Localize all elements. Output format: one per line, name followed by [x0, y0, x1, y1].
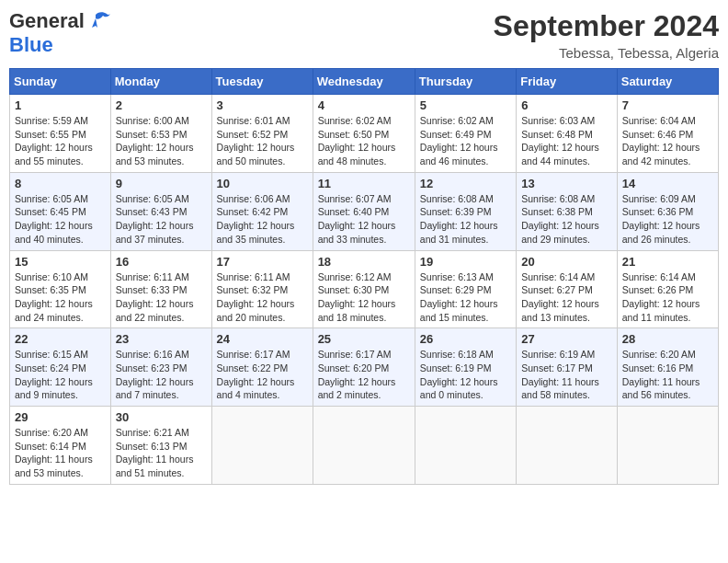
day-number: 4: [318, 98, 410, 112]
calendar-cell: 25Sunrise: 6:17 AMSunset: 6:20 PMDayligh…: [313, 328, 415, 407]
day-number: 11: [318, 177, 410, 190]
day-detail: Sunrise: 6:13 AMSunset: 6:29 PMDaylight:…: [420, 270, 511, 325]
day-number: 18: [318, 255, 410, 269]
weekday-header-sunday: Sunday: [10, 69, 111, 95]
day-detail: Sunrise: 6:04 AMSunset: 6:46 PMDaylight:…: [622, 114, 713, 168]
calendar-cell: 8Sunrise: 6:05 AMSunset: 6:45 PMDaylight…: [10, 172, 111, 250]
calendar-cell: 28Sunrise: 6:20 AMSunset: 6:16 PMDayligh…: [617, 328, 718, 407]
day-detail: Sunrise: 6:01 AMSunset: 6:52 PMDaylight:…: [217, 114, 308, 168]
day-detail: Sunrise: 6:11 AMSunset: 6:33 PMDaylight:…: [116, 270, 207, 325]
calendar-cell: 1Sunrise: 5:59 AMSunset: 6:55 PMDaylight…: [10, 95, 111, 173]
weekday-header-wednesday: Wednesday: [313, 69, 415, 95]
calendar-cell: [415, 407, 516, 485]
calendar-cell: 12Sunrise: 6:08 AMSunset: 6:39 PMDayligh…: [415, 172, 516, 250]
day-detail: Sunrise: 6:07 AMSunset: 6:40 PMDaylight:…: [318, 192, 410, 247]
day-number: 5: [420, 98, 511, 112]
day-number: 10: [217, 177, 308, 190]
day-number: 24: [217, 332, 308, 346]
day-detail: Sunrise: 6:05 AMSunset: 6:43 PMDaylight:…: [116, 192, 207, 247]
day-number: 13: [521, 177, 612, 190]
day-detail: Sunrise: 6:02 AMSunset: 6:49 PMDaylight:…: [420, 114, 511, 168]
day-detail: Sunrise: 6:06 AMSunset: 6:42 PMDaylight:…: [217, 192, 308, 247]
day-number: 9: [116, 177, 207, 190]
day-number: 22: [15, 332, 106, 346]
month-year-title: September 2024: [494, 9, 719, 43]
calendar-cell: 13Sunrise: 6:08 AMSunset: 6:38 PMDayligh…: [517, 172, 618, 250]
calendar-cell: 22Sunrise: 6:15 AMSunset: 6:24 PMDayligh…: [10, 328, 111, 407]
calendar-cell: [313, 407, 415, 485]
day-detail: Sunrise: 6:20 AMSunset: 6:16 PMDaylight:…: [622, 348, 713, 402]
calendar-cell: 4Sunrise: 6:02 AMSunset: 6:50 PMDaylight…: [313, 95, 415, 173]
weekday-header-saturday: Saturday: [617, 69, 718, 95]
day-number: 12: [420, 177, 511, 190]
day-number: 26: [420, 332, 511, 346]
calendar-cell: 30Sunrise: 6:21 AMSunset: 6:13 PMDayligh…: [110, 407, 211, 485]
calendar-cell: 19Sunrise: 6:13 AMSunset: 6:29 PMDayligh…: [415, 250, 516, 328]
logo-bird-icon: [88, 11, 110, 31]
calendar-cell: 2Sunrise: 6:00 AMSunset: 6:53 PMDaylight…: [110, 95, 211, 173]
calendar-cell: 26Sunrise: 6:18 AMSunset: 6:19 PMDayligh…: [415, 328, 516, 407]
calendar-cell: 27Sunrise: 6:19 AMSunset: 6:17 PMDayligh…: [517, 328, 618, 407]
calendar-cell: [517, 407, 618, 485]
day-number: 29: [15, 410, 106, 424]
day-number: 19: [420, 255, 511, 269]
calendar-cell: 20Sunrise: 6:14 AMSunset: 6:27 PMDayligh…: [517, 250, 618, 328]
day-number: 27: [521, 332, 612, 346]
calendar-week-row: 22Sunrise: 6:15 AMSunset: 6:24 PMDayligh…: [10, 328, 719, 407]
day-number: 30: [116, 410, 207, 424]
day-number: 28: [622, 332, 713, 346]
day-detail: Sunrise: 6:00 AMSunset: 6:53 PMDaylight:…: [116, 114, 207, 168]
logo-blue-text: Blue: [9, 33, 53, 56]
calendar-cell: 9Sunrise: 6:05 AMSunset: 6:43 PMDaylight…: [110, 172, 211, 250]
weekday-header-monday: Monday: [110, 69, 211, 95]
location-subtitle: Tebessa, Tebessa, Algeria: [494, 45, 719, 61]
calendar-week-row: 8Sunrise: 6:05 AMSunset: 6:45 PMDaylight…: [10, 172, 719, 250]
calendar-cell: [211, 407, 313, 485]
day-detail: Sunrise: 6:08 AMSunset: 6:39 PMDaylight:…: [420, 192, 511, 247]
day-number: 25: [318, 332, 410, 346]
day-detail: Sunrise: 6:16 AMSunset: 6:23 PMDaylight:…: [116, 348, 207, 402]
day-detail: Sunrise: 6:19 AMSunset: 6:17 PMDaylight:…: [521, 348, 612, 402]
day-detail: Sunrise: 6:15 AMSunset: 6:24 PMDaylight:…: [15, 348, 106, 402]
calendar-cell: 23Sunrise: 6:16 AMSunset: 6:23 PMDayligh…: [110, 328, 211, 407]
day-number: 21: [622, 255, 713, 269]
calendar-cell: 6Sunrise: 6:03 AMSunset: 6:48 PMDaylight…: [517, 95, 618, 173]
day-number: 1: [15, 98, 106, 112]
calendar-cell: 17Sunrise: 6:11 AMSunset: 6:32 PMDayligh…: [211, 250, 313, 328]
day-detail: Sunrise: 6:14 AMSunset: 6:26 PMDaylight:…: [622, 270, 713, 325]
calendar-cell: 5Sunrise: 6:02 AMSunset: 6:49 PMDaylight…: [415, 95, 516, 173]
calendar-cell: 14Sunrise: 6:09 AMSunset: 6:36 PMDayligh…: [617, 172, 718, 250]
day-detail: Sunrise: 6:20 AMSunset: 6:14 PMDaylight:…: [15, 426, 106, 480]
day-detail: Sunrise: 5:59 AMSunset: 6:55 PMDaylight:…: [15, 114, 106, 168]
weekday-header-tuesday: Tuesday: [211, 69, 313, 95]
calendar-cell: 21Sunrise: 6:14 AMSunset: 6:26 PMDayligh…: [617, 250, 718, 328]
page-header: General Blue September 2024 Tebessa, Teb…: [9, 9, 719, 61]
day-detail: Sunrise: 6:09 AMSunset: 6:36 PMDaylight:…: [622, 192, 713, 247]
day-number: 20: [521, 255, 612, 269]
day-number: 14: [622, 177, 713, 190]
calendar-cell: 29Sunrise: 6:20 AMSunset: 6:14 PMDayligh…: [10, 407, 111, 485]
calendar-cell: 10Sunrise: 6:06 AMSunset: 6:42 PMDayligh…: [211, 172, 313, 250]
day-number: 7: [622, 98, 713, 112]
day-detail: Sunrise: 6:05 AMSunset: 6:45 PMDaylight:…: [15, 192, 106, 247]
day-number: 17: [217, 255, 308, 269]
day-number: 23: [116, 332, 207, 346]
logo-general-text: General: [9, 9, 85, 33]
calendar-table: SundayMondayTuesdayWednesdayThursdayFrid…: [9, 68, 719, 485]
calendar-cell: 7Sunrise: 6:04 AMSunset: 6:46 PMDaylight…: [617, 95, 718, 173]
day-detail: Sunrise: 6:14 AMSunset: 6:27 PMDaylight:…: [521, 270, 612, 325]
day-number: 6: [521, 98, 612, 112]
day-detail: Sunrise: 6:18 AMSunset: 6:19 PMDaylight:…: [420, 348, 511, 402]
calendar-week-row: 29Sunrise: 6:20 AMSunset: 6:14 PMDayligh…: [10, 407, 719, 485]
day-number: 16: [116, 255, 207, 269]
day-detail: Sunrise: 6:03 AMSunset: 6:48 PMDaylight:…: [521, 114, 612, 168]
day-detail: Sunrise: 6:11 AMSunset: 6:32 PMDaylight:…: [217, 270, 308, 325]
calendar-cell: 24Sunrise: 6:17 AMSunset: 6:22 PMDayligh…: [211, 328, 313, 407]
day-detail: Sunrise: 6:08 AMSunset: 6:38 PMDaylight:…: [521, 192, 612, 247]
weekday-header-friday: Friday: [517, 69, 618, 95]
calendar-cell: [617, 407, 718, 485]
calendar-week-row: 15Sunrise: 6:10 AMSunset: 6:35 PMDayligh…: [10, 250, 719, 328]
day-detail: Sunrise: 6:21 AMSunset: 6:13 PMDaylight:…: [116, 426, 207, 480]
calendar-cell: 18Sunrise: 6:12 AMSunset: 6:30 PMDayligh…: [313, 250, 415, 328]
day-number: 3: [217, 98, 308, 112]
